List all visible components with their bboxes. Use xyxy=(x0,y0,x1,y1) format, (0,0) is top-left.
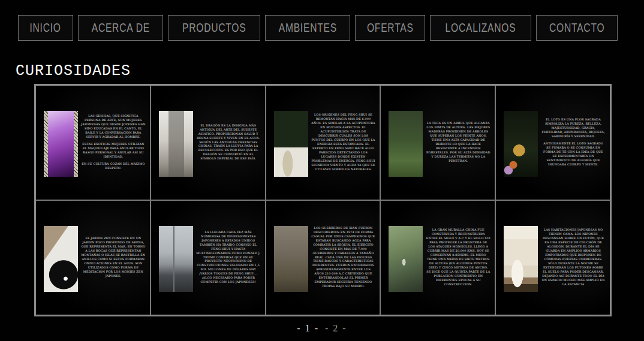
card-background: EL DRAGÓN ES LA INSIGNIA MÁS ANTIGUA DEL… xyxy=(151,86,265,200)
card-loto: EL LOTO ES UNA FLOR SAGRADA SIMBOLIZA LA… xyxy=(496,86,610,200)
nav-item-label: LOCALIZANOS xyxy=(446,21,516,35)
card-text: LOS GUERREROS DE XIAN FUERON DESCUBIERTO… xyxy=(311,214,376,301)
card-background: LA TECA ES UN ARBOL QUE ALCANZA LOS 30MT… xyxy=(381,86,495,200)
nav-item-contacto[interactable]: CONTACTO xyxy=(536,15,618,41)
card-paragraph: LA TECA ES UN ARBOL QUE ALCANZA LOS 30MT… xyxy=(426,122,490,164)
page-link-2[interactable]: - 2 - xyxy=(325,323,347,334)
card-background: LA GRAN MURALLA CHINA FUE CONSTRUIDA Y R… xyxy=(381,201,495,315)
card-paragraph: ESTAS EXOTICAS MUJERES UTILIZAN EL MAQUI… xyxy=(81,143,146,159)
nav-item-localizanos[interactable]: LOCALIZANOS xyxy=(430,15,531,41)
card-text: EL DRAGÓN ES LA INSIGNIA MÁS ANTIGUA DEL… xyxy=(196,99,261,186)
card-geishas: LAS GEISHAS, QUE SIGNIFICA PERSONA DE AR… xyxy=(36,86,150,200)
card-paragraph: EN SU CULTURA GOZAN DEL MAXIMO RESPETO. xyxy=(81,162,146,171)
card-background: LAS HABITACIONES JAPONESAS NO TIENEN CAM… xyxy=(496,201,610,315)
nav-item-productos[interactable]: PRODUCTOS xyxy=(168,15,260,41)
card-text: EL JARDIN ZEN CONSISTE EN UN JARDIN POCO… xyxy=(81,214,146,301)
card-teca: LA TECA ES UN ARBOL QUE ALCANZA LOS 30MT… xyxy=(381,86,495,200)
nav-item-ambientes[interactable]: AMBIENTES xyxy=(265,15,351,41)
nav-item-label: ACERCA DE xyxy=(91,21,149,35)
pagination: - 1 -- 2 - xyxy=(0,323,644,334)
great-wall-photo xyxy=(389,226,423,292)
card-paragraph: LAS GEISHAS, QUE SIGNIFICA PERSONA DE AR… xyxy=(81,114,146,140)
card-text: LAS GEISHAS, QUE SIGNIFICA PERSONA DE AR… xyxy=(81,99,146,186)
card-feng-shui: LOS ORIGENES DEL FENG SHUI SE REMONTAN H… xyxy=(266,86,380,200)
card-text: LA LLEGADA CADA VEZ MÁS NUMEROSA DE INVE… xyxy=(196,214,261,301)
nav-item-label: PRODUCTOS xyxy=(182,21,246,35)
card-paragraph: EL LOTO ES UNA FLOR SAGRADA SIMBOLIZA LA… xyxy=(541,118,606,139)
nav-item-label: INICIO xyxy=(30,21,61,35)
card-dragon: EL DRAGÓN ES LA INSIGNIA MÁS ANTIGUA DEL… xyxy=(151,86,265,200)
main-nav: INICIO ACERCA DE PRODUCTOS AMBIENTES OFE… xyxy=(0,15,644,41)
page: INICIO ACERCA DE PRODUCTOS AMBIENTES OFE… xyxy=(0,0,644,341)
card-paragraph: LA LLEGADA CADA VEZ MÁS NUMEROSA DE INVE… xyxy=(196,231,261,285)
card-text: EL LOTO ES UNA FLOR SAGRADA SIMBOLIZA LA… xyxy=(541,99,606,186)
nav-item-label: CONTACTO xyxy=(549,21,604,35)
asian-statue-photo xyxy=(159,111,193,177)
card-text: LOS ORIGENES DEL FENG SHUI SE REMONTAN H… xyxy=(311,99,376,186)
card-habitaciones: LAS HABITACIONES JAPONESAS NO TIENEN CAM… xyxy=(496,201,610,315)
shanghai-tower-photo xyxy=(159,226,193,292)
card-paragraph: EL JARDIN ZEN CONSISTE EN UN JARDIN POCO… xyxy=(81,237,146,279)
card-text: LA TECA ES UN ARBOL QUE ALCANZA LOS 30MT… xyxy=(426,99,490,186)
card-background: LOS GUERREROS DE XIAN FUERON DESCUBIERTO… xyxy=(266,201,380,315)
japanese-bedroom-photo xyxy=(504,226,538,292)
card-background: EL JARDIN ZEN CONSISTE EN UN JARDIN POCO… xyxy=(36,201,150,315)
garden-furniture-photo xyxy=(274,111,308,177)
card-guerreros-xian: LOS GUERREROS DE XIAN FUERON DESCUBIERTO… xyxy=(266,201,380,315)
card-gran-muralla: LA GRAN MURALLA CHINA FUE CONSTRUIDA Y R… xyxy=(381,201,495,315)
card-text: LA GRAN MURALLA CHINA FUE CONSTRUIDA Y R… xyxy=(426,214,490,301)
zen-garden-photo xyxy=(44,226,78,292)
card-background: LAS GEISHAS, QUE SIGNIFICA PERSONA DE AR… xyxy=(36,86,150,200)
card-background: EL LOTO ES UNA FLOR SAGRADA SIMBOLIZA LA… xyxy=(496,86,610,200)
card-paragraph: LA GRAN MURALLA CHINA FUE CONSTRUIDA Y R… xyxy=(426,228,490,286)
curiosities-grid: LAS GEISHAS, QUE SIGNIFICA PERSONA DE AR… xyxy=(34,84,612,316)
geisha-portrait-photo xyxy=(44,111,78,177)
lotus-buddha-photo xyxy=(504,111,538,177)
card-background: LOS ORIGENES DEL FENG SHUI SE REMONTAN H… xyxy=(266,86,380,200)
page-link-1[interactable]: - 1 - xyxy=(297,323,319,334)
terracotta-warriors-photo xyxy=(274,226,308,292)
card-paragraph: LAS HABITACIONES JAPONESAS NO TIENEN CAM… xyxy=(541,228,606,286)
nav-item-label: OFERTAS xyxy=(367,21,414,35)
card-paragraph: EL DRAGÓN ES LA INSIGNIA MÁS ANTIGUA DEL… xyxy=(196,124,261,162)
teak-forest-photo xyxy=(389,111,423,177)
card-jardin-zen: EL JARDIN ZEN CONSISTE EN UN JARDIN POCO… xyxy=(36,201,150,315)
nav-item-label: AMBIENTES xyxy=(278,21,336,35)
nav-item-inicio[interactable]: INICIO xyxy=(18,15,73,41)
card-paragraph: ANTIGUAMENTE EL LOTO SAGRADO SE FUMABA O… xyxy=(541,142,606,167)
nav-item-ofertas[interactable]: OFERTAS xyxy=(355,15,426,41)
card-paragraph: LOS GUERREROS DE XIAN FUERON DESCUBIERTO… xyxy=(311,227,376,289)
card-background: LA LLEGADA CADA VEZ MÁS NUMEROSA DE INVE… xyxy=(151,201,265,315)
card-text: LAS HABITACIONES JAPONESAS NO TIENEN CAM… xyxy=(541,214,606,301)
nav-item-acerca-de[interactable]: ACERCA DE xyxy=(78,15,164,41)
card-inversionistas: LA LLEGADA CADA VEZ MÁS NUMEROSA DE INVE… xyxy=(151,201,265,315)
card-paragraph: LOS ORIGENES DEL FENG SHUI SE REMONTAN H… xyxy=(311,113,376,171)
page-title: CURIOSIDADES xyxy=(16,62,131,80)
